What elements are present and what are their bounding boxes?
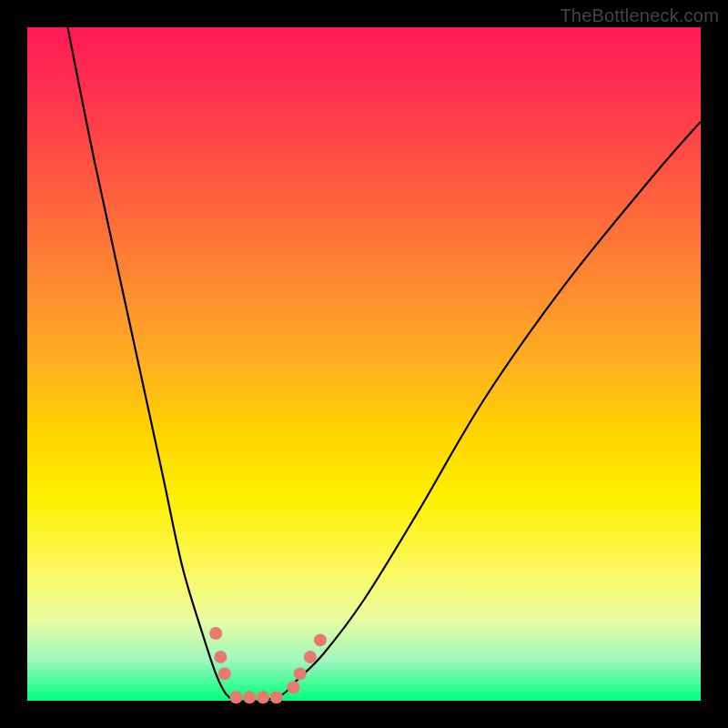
curve-marker: [243, 691, 256, 703]
curve-marker: [270, 691, 283, 703]
curve-marker: [209, 627, 222, 640]
curve-marker: [218, 667, 231, 680]
curve-marker: [287, 681, 299, 693]
bottleneck-curve-svg: [27, 27, 701, 701]
watermark-text: TheBottleneck.com: [560, 5, 719, 26]
curve-marker: [314, 633, 327, 646]
curve-marker: [214, 651, 227, 663]
curve-marker: [229, 691, 242, 703]
bottleneck-curve: [67, 27, 701, 702]
curve-marker: [294, 667, 307, 680]
curve-markers: [209, 627, 327, 703]
curve-marker: [257, 691, 269, 703]
curve-marker: [304, 651, 317, 663]
